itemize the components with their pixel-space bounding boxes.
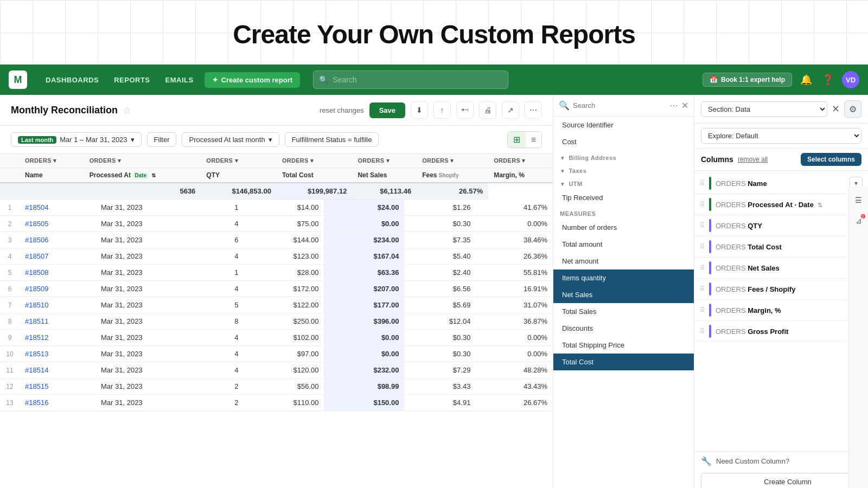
col-group-name[interactable]: ORDERS ▾ <box>20 154 84 168</box>
nav-logo[interactable]: M <box>9 70 27 89</box>
favorite-icon[interactable]: ☆ <box>123 105 131 115</box>
help-icon[interactable]: ❓ <box>820 72 835 87</box>
col-group-margin[interactable]: ORDERS ▾ <box>488 154 553 168</box>
col-group-processed[interactable]: ORDERS ▾ <box>84 154 201 168</box>
remove-all-button[interactable]: remove all <box>738 156 768 163</box>
create-column-button[interactable]: Create Column <box>701 473 868 488</box>
measures-net-sales[interactable]: Net Sales <box>553 286 694 303</box>
order-fees: $5.40 <box>404 248 476 265</box>
measures-cost[interactable]: Cost <box>553 133 694 150</box>
table-row: 13 #18516 Mar 31, 2023 2 $110.00 $150.00… <box>0 395 553 411</box>
order-name[interactable]: #18513 <box>20 346 95 362</box>
column-label: ORDERS QTY <box>716 222 845 230</box>
settings-icon-button[interactable]: ⚙ <box>844 100 861 118</box>
order-name[interactable]: #18512 <box>20 330 95 346</box>
nav-emails[interactable]: EMAILS <box>158 76 201 84</box>
panel-search-icons: ⋯ ✕ <box>669 100 688 111</box>
nav-search-box[interactable]: 🔍 Search <box>313 70 508 89</box>
drag-handle-icon[interactable]: ⠿ <box>700 306 705 314</box>
measures-total-cost[interactable]: Total Cost <box>553 354 694 370</box>
order-qty: 4 <box>211 330 244 346</box>
measures-total-shipping-price[interactable]: Total Shipping Price <box>553 337 694 354</box>
col-group-qty[interactable]: ORDERS ▾ <box>201 154 277 168</box>
col-header-net-sales[interactable]: Net Sales <box>352 168 417 183</box>
date-range-picker[interactable]: Last month Mar 1 – Mar 31, 2023 ▾ <box>11 132 142 147</box>
download-icon-button[interactable]: ⬇ <box>411 101 428 119</box>
measures-utm[interactable]: ▼ UTM <box>553 176 694 189</box>
measures-billing-address[interactable]: ▼ Billing Address <box>553 150 694 163</box>
select-columns-button[interactable]: Select columns <box>801 153 861 166</box>
order-name[interactable]: #18511 <box>20 313 95 330</box>
measures-total-amount[interactable]: Total amount <box>553 236 694 253</box>
order-name[interactable]: #18516 <box>20 395 95 411</box>
drag-handle-icon[interactable]: ⠿ <box>700 201 705 208</box>
save-button[interactable]: Save <box>369 102 405 118</box>
notifications-icon[interactable]: 🔔 <box>799 72 814 87</box>
section-select[interactable]: Section: Data <box>701 101 827 117</box>
nav-reports[interactable]: REPORTS <box>106 76 157 84</box>
col-header-fees[interactable]: Fees Shopify <box>417 168 488 183</box>
drag-handle-icon[interactable]: ⠿ <box>700 285 705 293</box>
filter-icon[interactable]: ⊿ 2 <box>851 213 866 228</box>
drag-handle-icon[interactable]: ⠿ <box>700 222 705 229</box>
custom-col-icon: 🔧 <box>701 456 712 466</box>
explore-select[interactable]: Explore: Default <box>701 128 861 144</box>
print-icon-button[interactable]: 🖨 <box>479 101 496 119</box>
avatar[interactable]: VD <box>842 71 859 88</box>
col-header-qty[interactable]: QTY <box>201 168 277 183</box>
col-group-total-cost[interactable]: ORDERS ▾ <box>277 154 353 168</box>
external-link-icon-button[interactable]: ↗ <box>502 101 519 119</box>
drag-handle-icon[interactable]: ⠿ <box>700 179 705 187</box>
book-expert-button[interactable]: 📅 Book 1:1 expert help <box>703 73 792 87</box>
order-name[interactable]: #18515 <box>20 378 95 395</box>
measures-source-identifier[interactable]: Source Identifier <box>553 117 694 133</box>
close-icon[interactable]: ✕ <box>681 100 688 111</box>
col-group-fees[interactable]: ORDERS ▾ <box>417 154 488 168</box>
processed-at-filter[interactable]: Processed At last month ▾ <box>182 132 279 147</box>
reset-changes-button[interactable]: reset changes <box>320 106 364 114</box>
measures-discounts[interactable]: Discounts <box>553 320 694 337</box>
col-header-total-cost[interactable]: Total Cost <box>277 168 353 183</box>
order-name[interactable]: #18508 <box>20 265 95 281</box>
measures-search-input[interactable] <box>573 101 666 110</box>
row-num: 8 <box>0 313 20 330</box>
measures-total-sales[interactable]: Total Sales <box>553 303 694 320</box>
measures-tip-received[interactable]: Tip Received <box>553 189 694 206</box>
schedule-icon-button[interactable]: ⬷ <box>456 101 474 119</box>
column-label: ORDERS Processed At · Date ⇅ <box>716 201 845 209</box>
col-group-net-sales[interactable]: ORDERS ▾ <box>352 154 417 168</box>
more-options-icon[interactable]: ⋯ <box>669 100 678 111</box>
measures-items-quantity[interactable]: Items quantity <box>553 269 694 286</box>
order-name[interactable]: #18506 <box>20 232 95 248</box>
list-view-button[interactable]: ≡ <box>526 132 541 147</box>
col-header-name[interactable]: Name <box>20 168 84 183</box>
share-icon-button[interactable]: ↑ <box>433 101 451 119</box>
more-options-button[interactable]: ⋯ <box>525 101 542 119</box>
filter-button[interactable]: Filter <box>147 132 177 147</box>
nav-dashboards[interactable]: DASHBOARDS <box>38 76 106 84</box>
order-fees: $3.43 <box>404 378 476 395</box>
order-margin: 26.67% <box>476 395 553 411</box>
order-date: Mar 31, 2023 <box>95 346 211 362</box>
fulfillment-filter[interactable]: Fulfillment Status = fulfille <box>285 132 379 147</box>
drag-handle-icon[interactable]: ⠿ <box>700 243 705 251</box>
order-name[interactable]: #18505 <box>20 216 95 232</box>
order-name[interactable]: #18504 <box>20 200 95 216</box>
order-net-sales: $63.36 <box>324 265 404 281</box>
list-format-icon[interactable]: ☰ <box>851 192 866 208</box>
close-panel-button[interactable]: ✕ <box>832 103 840 115</box>
order-name[interactable]: #18514 <box>20 362 95 378</box>
drag-handle-icon[interactable]: ⠿ <box>700 328 705 335</box>
order-date: Mar 31, 2023 <box>95 297 211 313</box>
order-name[interactable]: #18510 <box>20 297 95 313</box>
col-header-margin[interactable]: Margin, % <box>488 168 553 183</box>
create-custom-report-button[interactable]: ✦ Create custom report <box>205 72 300 88</box>
measures-net-amount[interactable]: Net amount <box>553 253 694 269</box>
drag-handle-icon[interactable]: ⠿ <box>700 264 705 272</box>
order-name[interactable]: #18507 <box>20 248 95 265</box>
measures-number-of-orders[interactable]: Number of orders <box>553 219 694 236</box>
col-header-processed-at[interactable]: Processed At Date ⇅ <box>84 168 201 183</box>
table-view-button[interactable]: ⊞ <box>508 132 526 147</box>
order-name[interactable]: #18509 <box>20 281 95 297</box>
measures-taxes[interactable]: ▼ Taxes <box>553 163 694 176</box>
